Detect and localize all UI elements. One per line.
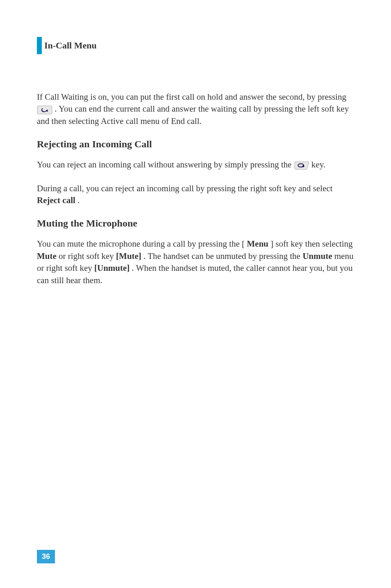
text-segment: . The handset can be unmuted by pressing…	[143, 251, 302, 261]
page-number: 36	[37, 550, 55, 563]
header-accent-bar	[37, 37, 42, 54]
send-key-icon	[37, 105, 52, 115]
svg-point-1	[302, 165, 304, 167]
bold-menu: Menu	[247, 239, 268, 249]
text-segment: key.	[311, 160, 325, 169]
paragraph-reject-simple: You can reject an incoming call without …	[37, 159, 354, 171]
text-segment: You can reject an incoming call without …	[37, 160, 294, 169]
paragraph-mute: You can mute the microphone during a cal…	[37, 238, 354, 286]
bold-mute: Mute	[37, 251, 57, 261]
page-title: In-Call Menu	[44, 40, 97, 51]
paragraph-call-waiting: If Call Waiting is on, you can put the f…	[37, 91, 354, 127]
text-segment: If Call Waiting is on, you can put the f…	[37, 92, 346, 102]
text-segment: You can mute the microphone during a cal…	[37, 239, 245, 249]
section-heading-muting: Muting the Microphone	[37, 218, 354, 229]
bold-unmute-softkey: [Unmute]	[94, 263, 130, 273]
text-segment: or right soft key	[59, 251, 116, 261]
text-segment: During a call, you can reject an incomin…	[37, 183, 332, 193]
bold-unmute: Unmute	[302, 251, 332, 261]
end-key-icon	[294, 160, 309, 170]
text-segment: . You can end the current call and answe…	[37, 104, 349, 126]
bold-reject-call: Reject call	[37, 195, 75, 205]
text-segment: ] soft key then selecting	[271, 239, 353, 249]
text-segment: .	[77, 195, 80, 205]
page-header: In-Call Menu	[37, 37, 354, 54]
paragraph-reject-during-call: During a call, you can reject an incomin…	[37, 183, 354, 207]
bold-mute-softkey: [Mute]	[116, 251, 141, 261]
section-heading-rejecting: Rejecting an Incoming Call	[37, 139, 354, 150]
